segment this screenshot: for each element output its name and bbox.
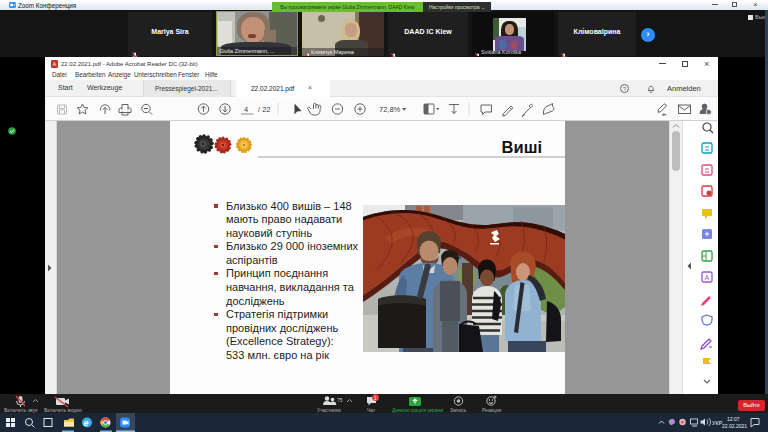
svg-text:A: A	[705, 274, 710, 281]
svg-text:Чат: Чат	[367, 407, 376, 413]
svg-text:/ 22: / 22	[258, 105, 271, 114]
svg-text:Реакции: Реакции	[482, 407, 502, 413]
svg-text:72,8%: 72,8%	[379, 105, 401, 114]
svg-text:e: e	[84, 418, 89, 428]
svg-text:4: 4	[244, 105, 248, 114]
svg-text:22.02.2021: 22.02.2021	[722, 423, 747, 429]
svg-text:75: 75	[337, 397, 343, 403]
svg-text:Включить звук: Включить звук	[4, 407, 38, 413]
svg-text:Включить видео: Включить видео	[44, 407, 82, 413]
svg-text:12:07: 12:07	[727, 416, 740, 422]
svg-text:Демонстрация экрана: Демонстрация экрана	[392, 407, 443, 413]
svg-text:Запись: Запись	[450, 407, 467, 413]
svg-text:Участники: Участники	[317, 407, 341, 413]
